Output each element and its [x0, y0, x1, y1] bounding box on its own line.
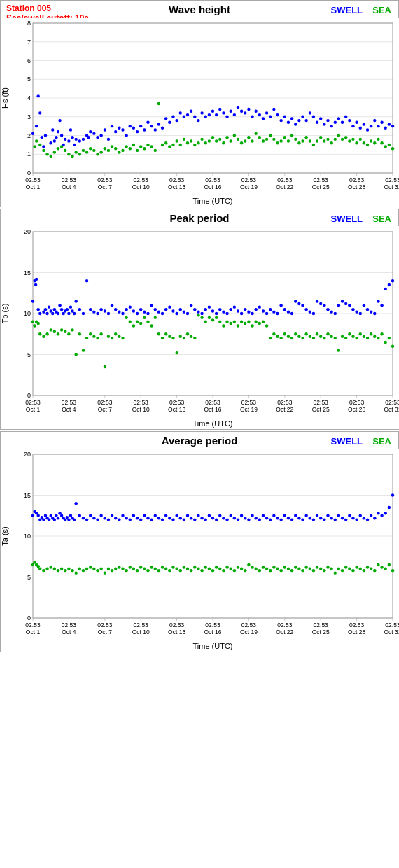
chart2-title: Peak period — [169, 212, 229, 224]
legend-swell-1: SWELL — [331, 5, 363, 15]
chart3-header: Average period SWELL SEA — [1, 432, 398, 449]
chart2-canvas — [1, 226, 399, 429]
chart1-legend: SWELL SEA — [331, 5, 391, 15]
avg-period-chart: Average period SWELL SEA — [0, 431, 399, 652]
chart1-area — [1, 18, 398, 206]
chart3-legend: SWELL SEA — [331, 436, 391, 447]
station-name: Station 005 — [6, 4, 89, 13]
peak-period-chart: Peak period SWELL SEA — [0, 209, 399, 430]
legend-swell-3: SWELL — [331, 436, 363, 447]
chart1-title: Wave height — [169, 4, 230, 15]
legend-sea-1: SEA — [372, 5, 391, 15]
chart2-area — [1, 226, 398, 429]
chart3-title: Average period — [162, 435, 238, 447]
legend-swell-2: SWELL — [331, 214, 363, 224]
chart1-canvas — [1, 18, 399, 206]
chart3-area — [1, 449, 398, 652]
legend-sea-3: SEA — [372, 436, 391, 447]
chart3-canvas — [1, 449, 399, 652]
legend-sea-2: SEA — [372, 214, 391, 224]
chart2-legend: SWELL SEA — [331, 214, 391, 224]
wave-height-chart: Station 005 Sea/swell cutoff: 10s Wave h… — [0, 0, 399, 207]
chart1-header: Station 005 Sea/swell cutoff: 10s Wave h… — [1, 1, 398, 18]
chart2-header: Peak period SWELL SEA — [1, 209, 398, 226]
